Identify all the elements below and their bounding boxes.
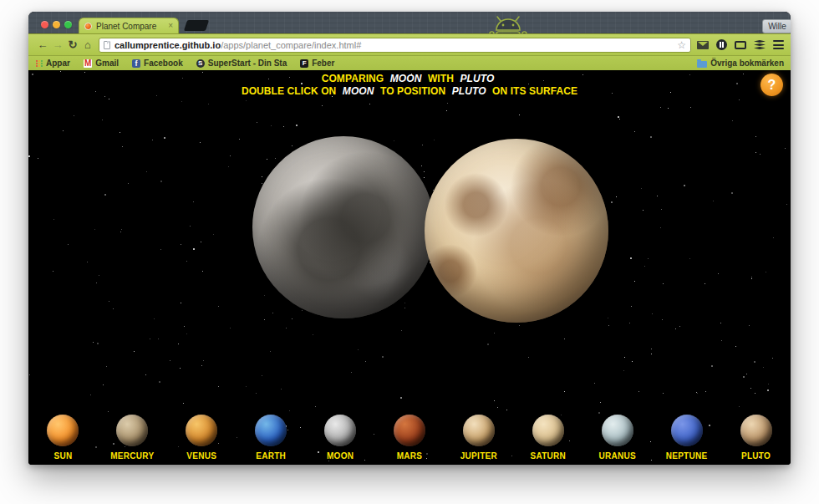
bookmark-superstart[interactable]: S SuperStart - Din Sta: [196, 59, 287, 68]
page-heading: COMPARING MOON WITH PLUTO DOUBLE CLICK O…: [28, 70, 791, 98]
big-planet-pluto[interactable]: [425, 139, 608, 323]
reload-button[interactable]: ↻: [65, 37, 80, 53]
home-button[interactable]: ⌂: [80, 37, 95, 53]
planet-sphere-icon[interactable]: [116, 415, 148, 446]
planet-thumb-pluto[interactable]: PLUTO: [722, 415, 791, 461]
feber-icon: F: [300, 59, 308, 68]
screen-extension-icon[interactable]: [735, 41, 746, 49]
planet-a-name: MOON: [390, 73, 422, 84]
planet-a-name: MOON: [343, 85, 374, 97]
planet-label: MOON: [327, 451, 354, 461]
bookmark-label: Gmail: [95, 59, 119, 68]
planet-thumb-mars[interactable]: MARS: [375, 415, 444, 461]
mail-extension-icon[interactable]: [697, 41, 709, 49]
instruction-suffix: ON ITS SURFACE: [492, 85, 577, 97]
instruction-mid: TO POSITION: [380, 85, 445, 97]
new-tab-button[interactable]: [184, 20, 209, 31]
planet-sphere-icon[interactable]: [463, 415, 495, 446]
planet-label: JUPITER: [460, 451, 497, 461]
planet-sphere-icon[interactable]: [532, 415, 564, 446]
planet-thumb-neptune[interactable]: NEPTUNE: [653, 415, 721, 461]
back-button[interactable]: ←: [35, 37, 50, 53]
folder-icon: [697, 61, 707, 68]
bookmark-feber[interactable]: F Feber: [300, 59, 334, 68]
planet-label: MARS: [397, 451, 423, 461]
planet-thumb-earth[interactable]: EARTH: [237, 415, 305, 461]
tab-title: Planet Compare: [96, 22, 164, 31]
bookmark-label: Appar: [46, 59, 70, 68]
planet-thumb-venus[interactable]: VENUS: [167, 415, 236, 461]
planet-sphere-icon[interactable]: [394, 415, 425, 446]
planet-b-name: PLUTO: [460, 73, 494, 84]
planet-sphere-icon[interactable]: [324, 415, 356, 446]
url-path: /apps/planet_compare/index.html#: [221, 40, 361, 50]
window-titlebar: Planet Compare × Wille: [28, 12, 791, 33]
circle-extension-icon[interactable]: [716, 39, 727, 50]
close-window-button[interactable]: [41, 21, 48, 28]
url-domain: callumprentice.github.io: [114, 40, 221, 50]
instruction-prefix: DOUBLE CLICK ON: [242, 85, 337, 97]
planet-thumb-sun[interactable]: SUN: [28, 415, 97, 461]
bookmark-other-folder[interactable]: Övriga bokmärken: [697, 59, 784, 68]
planet-thumb-jupiter[interactable]: JUPITER: [445, 415, 513, 461]
planet-sphere-icon[interactable]: [740, 415, 772, 446]
planet-sphere-icon[interactable]: [47, 415, 79, 446]
heading-line-1: COMPARING MOON WITH PLUTO: [28, 73, 791, 85]
planet-thumb-uranus[interactable]: URANUS: [583, 415, 652, 461]
bookmark-gmail[interactable]: M Gmail: [84, 59, 119, 68]
layers-extension-icon[interactable]: [754, 39, 766, 50]
android-robot-icon: [486, 16, 530, 33]
planet-label: SUN: [53, 451, 72, 461]
planet-label: SATURN: [530, 451, 566, 461]
user-profile-badge[interactable]: Wille: [762, 19, 791, 33]
planet-label: VENUS: [186, 451, 216, 461]
apps-grid-icon: [35, 59, 43, 67]
zoom-window-button[interactable]: [64, 21, 72, 28]
bookmark-facebook[interactable]: f Facebook: [132, 59, 183, 68]
planet-sphere-icon[interactable]: [602, 415, 633, 446]
chrome-menu-icon[interactable]: [773, 40, 784, 49]
planet-label: NEPTUNE: [666, 451, 708, 461]
planet-label: URANUS: [598, 451, 636, 461]
planet-thumb-mercury[interactable]: MERCURY: [98, 415, 166, 461]
bookmark-label: SuperStart - Din Sta: [208, 59, 287, 68]
page-content: COMPARING MOON WITH PLUTO DOUBLE CLICK O…: [28, 70, 791, 465]
planet-selector-row: SUN MERCURY VENUS EARTH MOON MARS JUPITE…: [28, 415, 791, 461]
planet-label: MERCURY: [110, 451, 154, 461]
planet-label: PLUTO: [741, 451, 771, 461]
minimize-window-button[interactable]: [53, 21, 60, 28]
planet-sphere-icon[interactable]: [186, 415, 217, 446]
planet-thumb-saturn[interactable]: SATURN: [514, 415, 582, 461]
bookmark-label: Övriga bokmärken: [710, 59, 784, 68]
bookmark-star-icon[interactable]: ☆: [677, 39, 686, 51]
heading-line-2: DOUBLE CLICK ON MOON TO POSITION PLUTO O…: [28, 85, 791, 98]
bookmark-label: Facebook: [144, 59, 183, 68]
forward-button[interactable]: →: [50, 37, 65, 53]
big-planet-moon[interactable]: [252, 136, 435, 318]
bookmark-label: Feber: [312, 59, 334, 68]
help-button[interactable]: ?: [760, 74, 783, 96]
tab-close-icon[interactable]: ×: [168, 22, 173, 30]
planet-sphere-icon[interactable]: [255, 415, 287, 446]
facebook-icon: f: [132, 59, 140, 68]
superstart-icon: S: [196, 59, 205, 68]
planet-label: EARTH: [256, 451, 286, 461]
with-label: WITH: [428, 73, 454, 84]
planet-sphere-icon[interactable]: [671, 415, 703, 446]
planet-b-name: PLUTO: [452, 85, 486, 97]
browser-toolbar: ← → ↻ ⌂ callumprentice.github.io/apps/pl…: [28, 33, 791, 55]
browser-tab[interactable]: Planet Compare ×: [79, 18, 179, 33]
address-bar[interactable]: callumprentice.github.io/apps/planet_com…: [99, 38, 691, 53]
tab-favicon-icon: [84, 23, 92, 30]
bookmarks-bar: Appar M Gmail f Facebook S SuperStart - …: [28, 55, 791, 70]
gmail-icon: M: [84, 59, 92, 68]
planet-thumb-moon[interactable]: MOON: [306, 415, 374, 461]
bookmark-appar[interactable]: Appar: [35, 59, 70, 68]
page-icon: [104, 41, 110, 49]
browser-window: Planet Compare × Wille ← → ↻ ⌂ callumpre…: [28, 12, 791, 465]
comparing-label: COMPARING: [322, 73, 384, 84]
url-text[interactable]: callumprentice.github.io/apps/planet_com…: [114, 40, 673, 50]
